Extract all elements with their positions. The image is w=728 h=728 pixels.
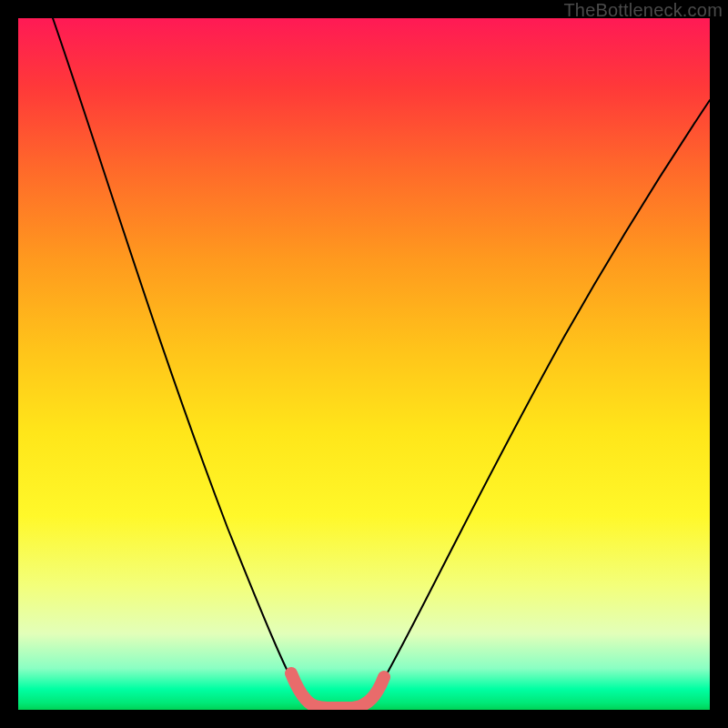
watermark-text: TheBottleneck.com [563,0,723,21]
optimal-range-marker-path [291,673,384,708]
bottleneck-curve-path [53,18,710,708]
chart-svg [18,18,710,710]
chart-frame: TheBottleneck.com [0,0,728,728]
chart-plot-area [18,18,710,710]
